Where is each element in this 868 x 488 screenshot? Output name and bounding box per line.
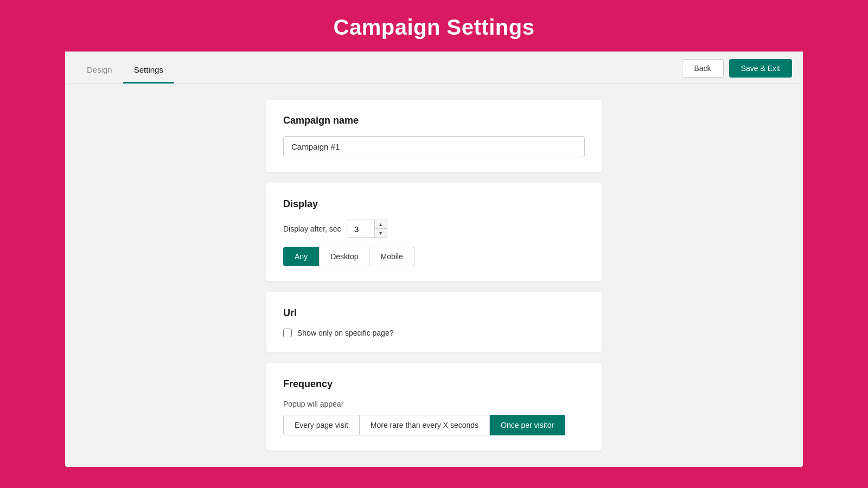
campaign-name-title: Campaign name [283,115,585,126]
nav-tabs: Design Settings [76,60,174,83]
spinner-down-button[interactable]: ▼ [375,229,387,237]
nav-actions: Back Save & Exit [682,59,793,83]
frequency-sub-label: Popup will appear [283,400,585,408]
device-any-button[interactable]: Any [283,247,319,266]
device-desktop-button[interactable]: Desktop [319,247,369,266]
main-container: Design Settings Back Save & Exit Campaig… [65,52,803,467]
display-after-row: Display after, sec ▲ ▼ [283,220,585,238]
url-card: Url Show only on specific page? [266,292,602,352]
tab-design[interactable]: Design [76,60,123,84]
content-area: Campaign name Display Display after, sec… [65,84,803,467]
campaign-name-group [283,136,585,157]
url-title: Url [283,307,585,319]
freq-once-per-visitor-button[interactable]: Once per visitor [490,415,565,435]
spinner-up-button[interactable]: ▲ [375,220,387,229]
display-card: Display Display after, sec ▲ ▼ Any Deskt… [266,183,602,281]
display-after-spinner: ▲ ▼ [347,220,387,238]
save-exit-button[interactable]: Save & Exit [729,59,792,78]
page-header: Campaign Settings [0,0,868,52]
tab-settings[interactable]: Settings [123,60,174,84]
display-title: Display [283,198,585,210]
top-nav: Design Settings Back Save & Exit [65,52,803,84]
spinner-controls: ▲ ▼ [374,220,387,237]
freq-more-rare-button[interactable]: More rare than every X seconds [360,415,490,435]
frequency-buttons: Every page visit More rare than every X … [283,415,585,435]
display-after-input[interactable] [347,221,374,237]
device-buttons: Any Desktop Mobile [283,247,585,266]
frequency-title: Frequency [283,378,585,390]
display-after-label: Display after, sec [283,224,341,233]
freq-every-page-button[interactable]: Every page visit [283,415,360,435]
specific-page-label: Show only on specific page? [297,329,393,337]
device-mobile-button[interactable]: Mobile [369,247,414,266]
page-title: Campaign Settings [0,15,868,40]
specific-page-checkbox[interactable] [283,329,292,337]
url-checkbox-row: Show only on specific page? [283,329,585,337]
frequency-card: Frequency Popup will appear Every page v… [266,363,602,451]
campaign-name-card: Campaign name [266,100,602,172]
campaign-name-input[interactable] [283,136,585,157]
back-button[interactable]: Back [682,59,724,78]
